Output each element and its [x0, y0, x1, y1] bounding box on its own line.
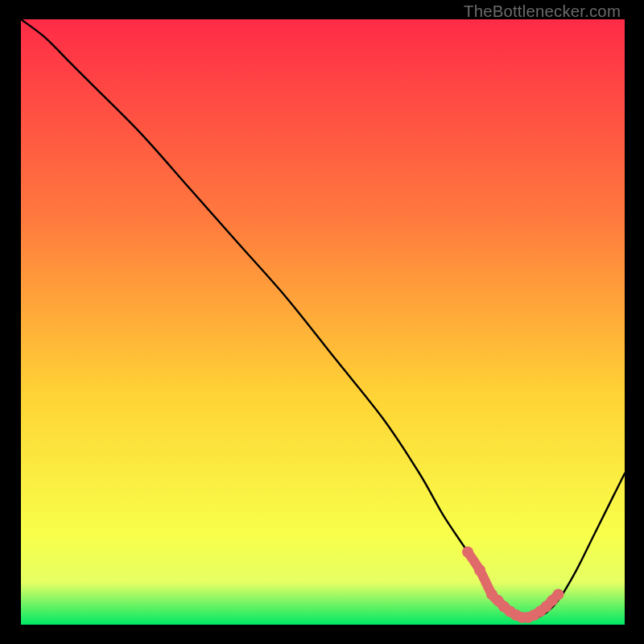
optimal-zone-marker [474, 564, 485, 576]
watermark-text: TheBottlenecker.com [464, 2, 621, 21]
chart-frame: TheBottlenecker.com [0, 0, 644, 644]
optimal-zone-marker [462, 547, 473, 558]
bottleneck-chart [21, 19, 625, 625]
gradient-background [21, 19, 625, 625]
optimal-zone-marker [553, 588, 564, 600]
plot-area [21, 19, 625, 625]
